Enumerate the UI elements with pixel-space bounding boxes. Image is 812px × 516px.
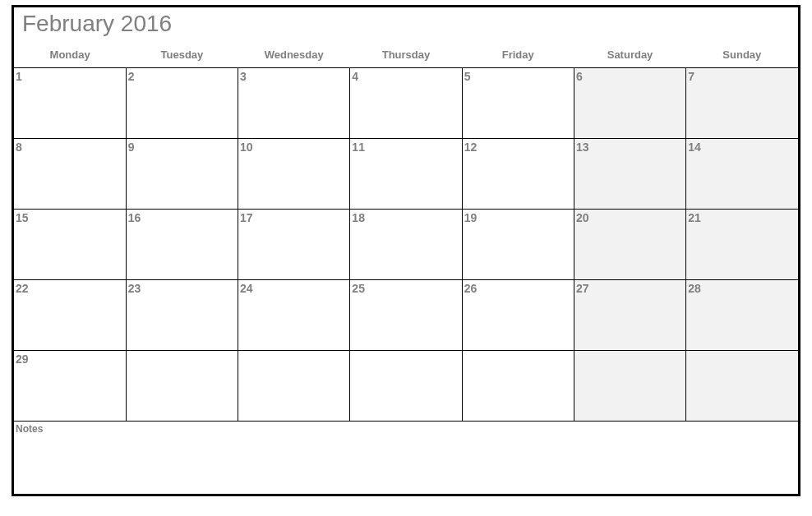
day-number: 8 (14, 139, 126, 154)
day-number: 22 (14, 280, 126, 295)
day-cell[interactable]: 24 (238, 280, 350, 351)
day-number: 2 (127, 68, 238, 83)
notes-row: Notes (14, 422, 798, 471)
day-cell[interactable]: 25 (350, 280, 462, 351)
weekday-header-row: Monday Tuesday Wednesday Thursday Friday… (14, 44, 798, 68)
day-cell[interactable]: 13 (574, 139, 685, 210)
day-number: 12 (463, 139, 574, 154)
day-number: 28 (686, 280, 798, 295)
day-cell[interactable]: 10 (238, 139, 350, 210)
day-cell[interactable] (238, 351, 350, 422)
day-number: 14 (686, 139, 798, 154)
weekday-header: Wednesday (238, 44, 350, 68)
weekday-header: Monday (14, 44, 126, 68)
day-cell[interactable]: 18 (350, 210, 462, 280)
day-cell[interactable]: 8 (14, 139, 126, 210)
day-cell[interactable]: 3 (238, 68, 350, 139)
day-cell[interactable] (686, 351, 798, 422)
month-title: February 2016 (22, 11, 172, 37)
calendar-week-row: 22232425262728 (14, 280, 798, 351)
day-cell[interactable]: 6 (574, 68, 685, 139)
day-cell[interactable]: 19 (462, 210, 574, 280)
day-number: 26 (463, 280, 574, 295)
day-number: 25 (350, 280, 461, 295)
day-number: 7 (686, 68, 798, 83)
day-cell[interactable] (350, 351, 462, 422)
calendar-frame: February 2016 Monday Tuesday Wednesday T… (12, 5, 800, 496)
day-number: 13 (574, 139, 685, 154)
day-number: 9 (127, 139, 238, 154)
weekday-header: Saturday (574, 44, 685, 68)
day-cell[interactable]: 4 (350, 68, 462, 139)
day-cell[interactable] (574, 351, 685, 422)
day-number: 4 (350, 68, 461, 83)
day-cell[interactable]: 14 (686, 139, 798, 210)
day-cell[interactable]: 7 (686, 68, 798, 139)
day-cell[interactable]: 27 (574, 280, 685, 351)
day-cell[interactable]: 28 (686, 280, 798, 351)
day-number: 23 (127, 280, 238, 295)
day-cell[interactable]: 17 (238, 210, 350, 280)
day-cell[interactable] (462, 351, 574, 422)
day-cell[interactable]: 9 (126, 139, 238, 210)
notes-label: Notes (14, 422, 798, 435)
day-cell[interactable]: 29 (14, 351, 126, 422)
day-cell[interactable]: 12 (462, 139, 574, 210)
day-number: 17 (238, 210, 349, 224)
day-number: 24 (238, 280, 349, 295)
day-number: 3 (238, 68, 349, 83)
calendar-week-row: 891011121314 (14, 139, 798, 210)
day-cell[interactable]: 26 (462, 280, 574, 351)
weekday-header: Tuesday (126, 44, 238, 68)
day-cell[interactable]: 1 (14, 68, 126, 139)
day-cell[interactable]: 2 (126, 68, 238, 139)
day-cell[interactable]: 16 (126, 210, 238, 280)
day-number: 18 (350, 210, 461, 224)
weekday-header: Friday (462, 44, 574, 68)
calendar-grid: Monday Tuesday Wednesday Thursday Friday… (14, 44, 798, 471)
weekday-header: Sunday (686, 44, 798, 68)
day-number: 10 (238, 139, 349, 154)
day-number: 20 (574, 210, 685, 224)
weekday-header: Thursday (350, 44, 462, 68)
calendar-week-row: 15161718192021 (14, 210, 798, 280)
day-number: 1 (14, 68, 126, 83)
day-cell[interactable]: 22 (14, 280, 126, 351)
day-cell[interactable]: 15 (14, 210, 126, 280)
notes-cell[interactable]: Notes (14, 422, 798, 471)
day-number: 27 (574, 280, 685, 295)
day-cell[interactable]: 5 (462, 68, 574, 139)
calendar-week-row: 29 (14, 351, 798, 422)
day-number: 6 (574, 68, 685, 83)
day-number: 5 (463, 68, 574, 83)
calendar-body: 1234567891011121314151617181920212223242… (14, 68, 798, 471)
day-cell[interactable]: 21 (686, 210, 798, 280)
day-cell[interactable] (126, 351, 238, 422)
calendar-week-row: 1234567 (14, 68, 798, 139)
day-cell[interactable]: 20 (574, 210, 685, 280)
day-cell[interactable]: 23 (126, 280, 238, 351)
day-number: 29 (14, 351, 126, 366)
day-number: 21 (686, 210, 798, 224)
day-number: 15 (14, 210, 126, 224)
day-number: 16 (127, 210, 238, 224)
day-number: 11 (350, 139, 461, 154)
day-number: 19 (463, 210, 574, 224)
day-cell[interactable]: 11 (350, 139, 462, 210)
